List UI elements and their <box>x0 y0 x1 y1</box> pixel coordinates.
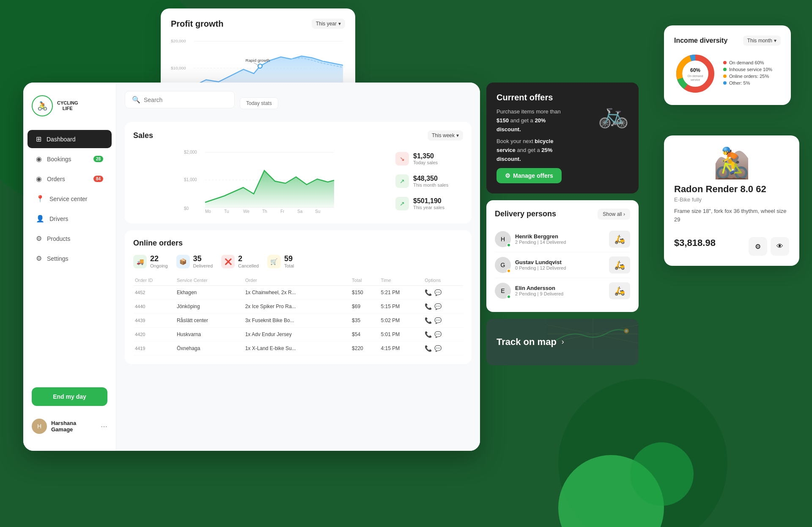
trend-up-icon-1: ↗ <box>395 174 409 188</box>
sidebar-item-settings[interactable]: ⚙ Settings <box>27 249 112 268</box>
chat-icon[interactable]: 💬 <box>434 345 442 352</box>
chat-icon[interactable]: 💬 <box>434 303 442 310</box>
order-id: 4452 <box>133 286 175 300</box>
delivered-count: 35 <box>193 254 213 263</box>
month-sales-value: $48,350 <box>413 175 448 182</box>
sales-stats: ↘ $1,350 Today sales ↗ $48,350 This mont… <box>395 147 463 215</box>
drivers-icon: 👤 <box>36 215 44 223</box>
legend-inhouse: Inhouse service 10% <box>723 67 772 72</box>
chat-icon[interactable]: 💬 <box>434 331 442 338</box>
table-row: 4420 Huskvarna 1x Adv Endur Jersey $54 5… <box>133 328 463 342</box>
donut-chart: 60% On demand service <box>674 52 716 95</box>
year-sales-value: $501,190 <box>413 197 444 205</box>
income-legend: On demand 60% Inhouse service 10% Online… <box>723 60 772 87</box>
service-center: Ekhagen <box>175 286 244 300</box>
delivery-person-2: G Gustav Lundqvist 0 Pending | 12 Delive… <box>495 252 630 278</box>
product-settings-button[interactable]: ⚙ <box>749 237 767 256</box>
product-name: Radon Render 8.0 62 <box>674 184 789 195</box>
cancelled-count: 2 <box>238 254 259 263</box>
logo-icon: 🚴 <box>32 95 53 116</box>
table-row: 4440 Jönköping 2x Ice Spiker Pro Ra... $… <box>133 300 463 314</box>
orders-title: Online orders <box>133 239 183 248</box>
sidebar-item-products[interactable]: ⚙ Products <box>27 229 112 248</box>
sidebar-item-orders[interactable]: ◉ Orders 84 <box>27 170 112 188</box>
map-title: Track on map <box>497 337 557 348</box>
total-icon: 🛒 <box>267 255 281 268</box>
product-view-button[interactable]: 👁 <box>771 237 789 256</box>
svg-text:Su: Su <box>315 209 320 214</box>
count-delivered: 📦 35 Delivered <box>176 254 213 268</box>
trend-up-icon-2: ↗ <box>395 197 409 210</box>
orders-icon: ◉ <box>36 175 42 183</box>
phone-icon[interactable]: 📞 <box>425 289 432 296</box>
phone-icon[interactable]: 📞 <box>425 303 432 310</box>
bookings-icon: ◉ <box>36 155 42 163</box>
search-input[interactable] <box>144 97 228 103</box>
sidebar-item-dashboard-label: Dashboard <box>47 136 76 143</box>
delivered-icon: 📦 <box>176 255 190 268</box>
orders-badge: 84 <box>93 176 103 182</box>
stat-month: ↗ $48,350 This month sales <box>395 174 463 188</box>
product-actions: ⚙ 👁 <box>749 237 789 256</box>
delivery-avatar-1: H <box>495 231 511 247</box>
user-menu-icon[interactable]: ⋯ <box>101 422 107 430</box>
svg-text:$10,000: $10,000 <box>171 66 186 70</box>
year-sales-label: This year sales <box>413 205 444 210</box>
col-options: Options <box>423 275 463 286</box>
income-period-selector[interactable]: This month ▾ <box>743 36 781 46</box>
order-desc: 1x Adv Endur Jersey <box>244 328 350 342</box>
sidebar-item-service-center[interactable]: 📍 Service center <box>27 190 112 208</box>
end-day-button[interactable]: End my day <box>32 387 107 406</box>
phone-icon[interactable]: 📞 <box>425 331 432 338</box>
product-description: Frame size 18", fork fox 36 thythm, whee… <box>674 207 789 223</box>
phone-icon[interactable]: 📞 <box>425 317 432 324</box>
ongoing-label: Ongoing <box>150 263 168 268</box>
svg-text:On demand: On demand <box>688 74 703 77</box>
sales-period-selector[interactable]: This week ▾ <box>428 130 463 141</box>
col-order-id: Order ID <box>133 275 175 286</box>
ongoing-count: 22 <box>150 254 168 263</box>
sidebar-item-bookings[interactable]: ◉ Bookings 28 <box>27 150 112 168</box>
chat-icon[interactable]: 💬 <box>434 317 442 324</box>
delivery-stats-1: 2 Pending | 14 Delivered <box>515 240 605 245</box>
service-center: Råslätt center <box>175 314 244 328</box>
delivery-vehicle-3: 🛵 <box>609 282 630 299</box>
order-time: 5:01 PM <box>379 328 423 342</box>
col-total: Total <box>350 275 379 286</box>
sidebar-item-service-label: Service center <box>49 196 87 202</box>
delivery-header: Delivery persons Show all › <box>495 209 630 220</box>
profit-period-selector[interactable]: This year ▾ <box>312 19 345 29</box>
main-content: 🔍 Today stats Sales This week ▾ $ <box>116 83 480 451</box>
delivery-info-3: Elin Andersson 2 Pending | 9 Delivered <box>515 285 605 296</box>
svg-text:$0: $0 <box>184 206 189 211</box>
sidebar-item-dashboard[interactable]: ⊞ Dashboard <box>27 130 112 148</box>
show-all-button[interactable]: Show all › <box>598 209 630 220</box>
chat-icon[interactable]: 💬 <box>434 289 442 296</box>
orders-header: Online orders <box>133 239 463 248</box>
sidebar-item-drivers[interactable]: 👤 Drivers <box>27 210 112 228</box>
delivery-info-2: Gustav Lundqvist 0 Pending | 12 Delivere… <box>515 259 605 270</box>
sidebar-item-drivers-label: Drivers <box>49 215 68 222</box>
sales-header: Sales This week ▾ <box>133 130 463 141</box>
offer-text-1: Purchase items more than $150 and get a … <box>497 108 569 134</box>
sales-card: Sales This week ▾ $2,000 $1,000 $0 <box>125 122 472 223</box>
delivery-person-1: H Henrik Berggren 2 Pending | 14 Deliver… <box>495 226 630 252</box>
order-desc: 3x Fuseknit Bike Bo... <box>244 314 350 328</box>
today-stats: Today stats <box>240 97 278 109</box>
manage-offers-button[interactable]: ⚙ Manage offers <box>497 168 562 183</box>
trend-down-icon: ↘ <box>395 152 409 166</box>
sidebar-item-bookings-label: Bookings <box>47 156 71 163</box>
svg-text:We: We <box>243 209 250 214</box>
order-desc: 1x Chainwheel, 2x R... <box>244 286 350 300</box>
count-total: 🛒 59 Total <box>267 254 294 268</box>
count-ongoing: 🚚 22 Ongoing <box>133 254 168 268</box>
order-total: $69 <box>350 300 379 314</box>
phone-icon[interactable]: 📞 <box>425 345 432 352</box>
sidebar-item-orders-label: Orders <box>47 176 65 182</box>
order-time: 4:15 PM <box>379 342 423 356</box>
table-row: 4439 Råslätt center 3x Fuseknit Bike Bo.… <box>133 314 463 328</box>
map-card[interactable]: Track on map › <box>486 319 639 365</box>
map-arrow-icon: › <box>562 337 564 346</box>
today-sales-label: Today sales <box>413 160 438 165</box>
order-total: $220 <box>350 342 379 356</box>
